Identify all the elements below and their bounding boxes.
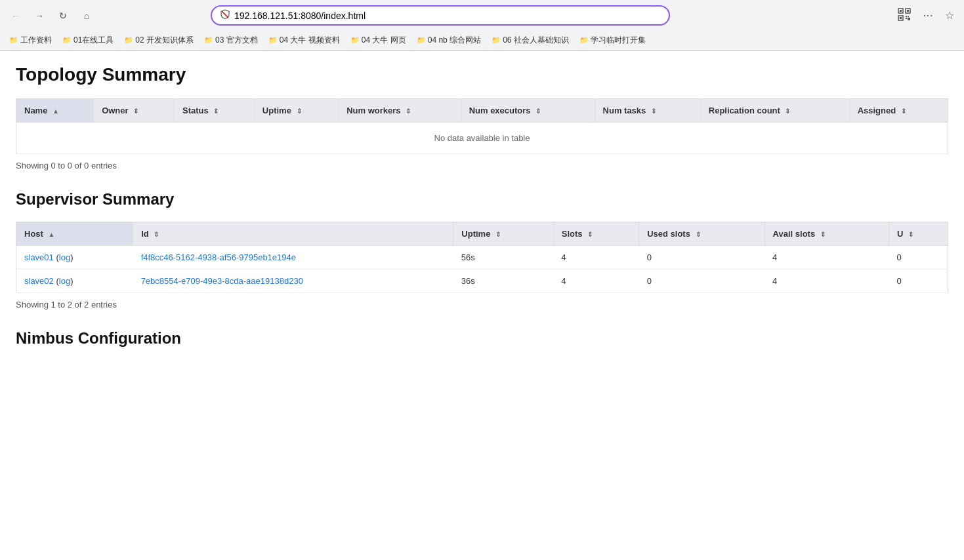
sup-u-cell-0: 0 [889,246,948,270]
svg-line-0 [222,11,228,18]
sup-uptime-cell-1: 36s [453,270,553,293]
col-assigned[interactable]: Assigned ⇕ [849,99,948,123]
sup-col-uptime[interactable]: Uptime ⇕ [453,222,553,246]
col-num-executors[interactable]: Num executors ⇕ [461,99,595,123]
topology-table: Name ▲ Owner ⇕ Status ⇕ Uptime ⇕ [16,98,948,154]
bookmark-button[interactable]: ☆ [942,8,957,23]
sort-icon-replication: ⇕ [785,108,790,115]
sup-id-link-1[interactable]: 7ebc8554-e709-49e3-8cda-aae19138d230 [141,276,303,286]
supervisor-row-1: slave02 (log) 7ebc8554-e709-49e3-8cda-aa… [16,270,948,293]
sort-icon-tasks: ⇕ [651,108,656,115]
sort-icon-executors: ⇕ [535,108,541,115]
sup-col-id[interactable]: Id ⇕ [133,222,453,246]
folder-icon-7: 📁 [492,36,501,45]
sup-host-link-0[interactable]: slave01 [24,252,54,262]
sup-slots-cell-1: 4 [553,270,639,293]
supervisor-row-0: slave01 (log) f4f8cc46-5162-4938-af56-97… [16,246,948,270]
col-status[interactable]: Status ⇕ [175,99,255,123]
sup-uptime-cell-0: 56s [453,246,553,270]
sup-col-avail-slots[interactable]: Avail slots ⇕ [765,222,889,246]
sup-col-u[interactable]: U ⇕ [889,222,948,246]
col-replication-count[interactable]: Replication count ⇕ [700,99,849,123]
sup-host-cell-1: slave02 (log) [16,270,133,293]
bookmarks-bar: 📁 工作资料 📁 01在线工具 📁 02 开发知识体系 📁 03 官方文档 📁 … [0,31,964,50]
topology-no-data-cell: No data available in table [16,123,948,154]
qr-button[interactable] [894,7,914,25]
sort-icon-sup-uptime: ⇕ [495,231,501,238]
bookmark-0[interactable]: 📁 工作资料 [5,33,56,47]
supervisor-title: Supervisor Summary [16,190,948,209]
folder-icon-0: 📁 [9,36,18,45]
svg-rect-10 [908,18,910,20]
back-button[interactable]: ← [7,7,25,25]
sort-icon-assigned: ⇕ [901,108,906,115]
bookmark-3[interactable]: 📁 03 官方文档 [200,33,262,47]
supervisor-section: Supervisor Summary Host ▲ Id ⇕ Uptime ⇕ [16,190,948,310]
sup-log-link-0[interactable]: log [59,252,70,262]
sort-icon-avail-slots: ⇕ [820,231,826,238]
svg-rect-4 [907,10,909,12]
topology-title: Topology Summary [16,64,948,85]
sort-icon-workers: ⇕ [406,108,411,115]
supervisor-entries-info: Showing 1 to 2 of 2 entries [16,300,948,310]
sup-host-link-1[interactable]: slave02 [24,276,54,286]
url-input[interactable] [234,10,661,21]
sort-icon-uptime: ⇕ [297,108,302,115]
col-num-workers[interactable]: Num workers ⇕ [339,99,461,123]
col-num-tasks[interactable]: Num tasks ⇕ [595,99,700,123]
svg-rect-7 [906,16,907,17]
bookmark-4[interactable]: 📁 04 大牛 视频资料 [264,33,344,47]
sup-avail-slots-cell-1: 4 [765,270,889,293]
bookmark-8[interactable]: 📁 学习临时打开集 [576,33,650,47]
sup-id-cell-0: f4f8cc46-5162-4938-af56-9795eb1e194e [133,246,453,270]
nimbus-section: Nimbus Configuration [16,329,948,348]
forward-button[interactable]: → [30,7,49,25]
folder-icon-8: 📁 [579,36,589,45]
svg-rect-8 [908,16,909,17]
sup-log-link-1[interactable]: log [59,276,70,286]
bookmark-6[interactable]: 📁 04 nb 综合网站 [413,33,485,47]
sup-id-link-0[interactable]: f4f8cc46-5162-4938-af56-9795eb1e194e [141,252,296,262]
folder-icon-3: 📁 [204,36,213,45]
bookmark-5[interactable]: 📁 04 大牛 网页 [346,33,410,47]
supervisor-table: Host ▲ Id ⇕ Uptime ⇕ Slots ⇕ [16,222,948,293]
sup-col-slots[interactable]: Slots ⇕ [553,222,639,246]
sort-icon-used-slots: ⇕ [696,231,701,238]
sort-icon-status: ⇕ [213,108,219,115]
bookmark-2[interactable]: 📁 02 开发知识体系 [120,33,198,47]
sup-used-slots-cell-0: 0 [639,246,765,270]
col-uptime[interactable]: Uptime ⇕ [254,99,338,123]
folder-icon-4: 📁 [268,36,278,45]
sort-icon-name: ▲ [52,108,59,115]
menu-button[interactable]: ⋯ [919,8,936,23]
address-bar[interactable] [211,5,670,26]
security-icon [220,9,230,22]
nimbus-title: Nimbus Configuration [16,329,948,348]
sort-icon-host: ▲ [49,231,55,238]
svg-rect-2 [900,10,902,12]
svg-rect-6 [900,17,902,19]
bookmark-1[interactable]: 📁 01在线工具 [58,33,117,47]
col-owner[interactable]: Owner ⇕ [94,99,175,123]
sup-col-used-slots[interactable]: Used slots ⇕ [639,222,765,246]
bookmark-7[interactable]: 📁 06 社会人基础知识 [488,33,573,47]
sup-col-host[interactable]: Host ▲ [16,222,133,246]
folder-icon-2: 📁 [124,36,133,45]
home-button[interactable]: ⌂ [77,7,96,25]
sup-id-cell-1: 7ebc8554-e709-49e3-8cda-aae19138d230 [133,270,453,293]
sort-icon-slots: ⇕ [587,231,593,238]
svg-rect-9 [906,18,907,19]
folder-icon-5: 📁 [350,36,360,45]
folder-icon-1: 📁 [62,36,72,45]
topology-no-data-row: No data available in table [16,123,948,154]
sort-icon-id: ⇕ [154,231,159,238]
sup-avail-slots-cell-0: 4 [765,246,889,270]
sup-host-cell-0: slave01 (log) [16,246,133,270]
topology-entries-info: Showing 0 to 0 of 0 entries [16,161,948,170]
folder-icon-6: 📁 [417,36,426,45]
sup-slots-cell-0: 4 [553,246,639,270]
page-content: Topology Summary Name ▲ Owner ⇕ Status ⇕ [0,51,964,376]
col-name[interactable]: Name ▲ [16,99,94,123]
reload-button[interactable]: ↻ [54,7,72,25]
sort-icon-u: ⇕ [908,231,913,238]
